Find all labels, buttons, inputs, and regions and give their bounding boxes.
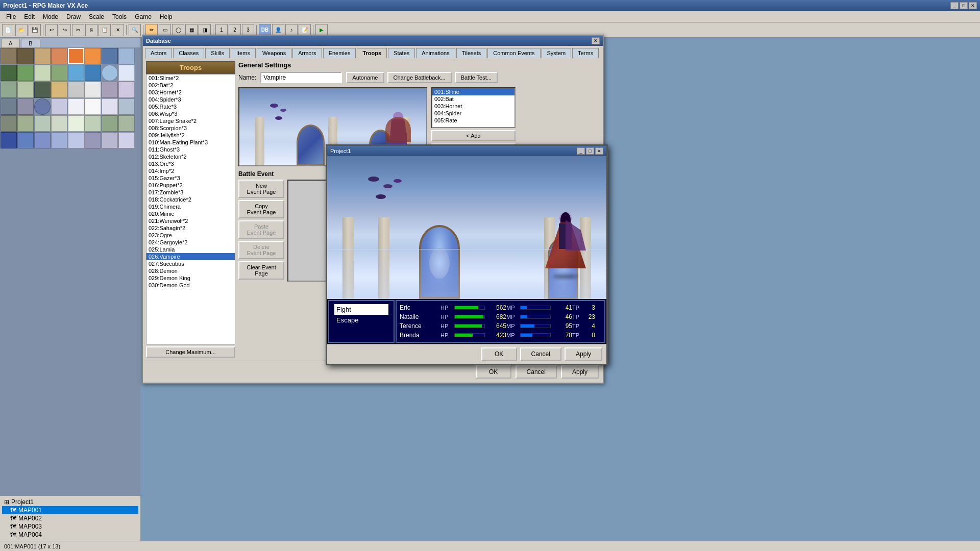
tile-cell[interactable] [85, 82, 101, 98]
tile-cell[interactable] [1, 115, 17, 132]
troop-029[interactable]: 029:Demon King [146, 274, 235, 282]
tree-map003[interactable]: 🗺 MAP003 [2, 522, 138, 531]
tile-cell[interactable] [1, 132, 17, 148]
tab-b[interactable]: B [21, 39, 40, 47]
tile-cell[interactable] [118, 82, 135, 98]
tile-cell[interactable] [51, 115, 67, 132]
troop-003[interactable]: 003:Hornet*2 [146, 89, 235, 96]
tile-cell[interactable] [118, 115, 135, 132]
troop-013[interactable]: 013:Orc*3 [146, 160, 235, 167]
tile-cell[interactable] [17, 98, 34, 115]
troop-012[interactable]: 012:Skeleton*2 [146, 153, 235, 160]
paste-btn[interactable]: 📋 [99, 24, 111, 36]
tile-cell[interactable] [34, 115, 51, 132]
tile-cell[interactable] [17, 48, 34, 64]
tile-cell[interactable] [51, 65, 67, 81]
troop-001[interactable]: 001:Slime*2 [146, 74, 235, 82]
tile-cell[interactable] [51, 82, 67, 98]
tile-cell[interactable] [102, 115, 118, 132]
enemy-hornet[interactable]: 003:Hornet [432, 103, 514, 110]
tile-cell[interactable] [17, 115, 34, 132]
troop-020[interactable]: 020:Mimic [146, 210, 235, 217]
troop-015[interactable]: 015:Gazer*3 [146, 174, 235, 182]
troop-021[interactable]: 021:Werewolf*2 [146, 217, 235, 224]
battle-ok-btn[interactable]: OK [481, 347, 517, 361]
tab-skills[interactable]: Skills [205, 48, 230, 58]
enemy-bat[interactable]: 002:Bat [432, 95, 514, 103]
search-btn[interactable]: 🔍 [129, 24, 141, 36]
layer3-btn[interactable]: 3 [242, 24, 254, 36]
tile-cell[interactable] [1, 82, 17, 98]
add-btn[interactable]: < Add [431, 130, 516, 141]
enemy-slime[interactable]: 001:Slime [432, 88, 514, 95]
tile-cell[interactable] [68, 48, 84, 64]
bw-close[interactable]: ✕ [595, 147, 603, 155]
tile-cell[interactable] [118, 65, 135, 81]
db-close-btn[interactable]: ✕ [592, 37, 600, 44]
tile-cell[interactable] [118, 98, 135, 115]
delete-event-page-btn[interactable]: DeleteEvent Page [238, 241, 284, 259]
tile-cell[interactable] [102, 132, 118, 148]
cancel-btn[interactable]: Cancel [516, 365, 557, 379]
tile-cell[interactable] [85, 48, 101, 64]
menu-mode[interactable]: Mode [39, 12, 62, 21]
audio-btn[interactable]: ♪ [285, 24, 298, 36]
troop-005[interactable]: 005:Rate*3 [146, 103, 235, 110]
battle-apply-btn[interactable]: Apply [565, 347, 602, 361]
enemy-rate[interactable]: 005:Rate [432, 117, 514, 124]
tab-items[interactable]: Items [231, 48, 256, 58]
troop-016[interactable]: 016:Puppet*2 [146, 182, 235, 189]
troop-028[interactable]: 028:Demon [146, 267, 235, 274]
tab-animations[interactable]: Animations [416, 48, 455, 58]
tab-weapons[interactable]: Weapons [257, 48, 291, 58]
close-btn[interactable]: ✕ [969, 2, 977, 9]
tab-enemies[interactable]: Enemies [323, 48, 356, 58]
fill-btn[interactable]: ▦ [185, 24, 198, 36]
tile-cell[interactable] [34, 65, 51, 81]
undo-btn[interactable]: ↩ [45, 24, 58, 36]
paste-event-page-btn[interactable]: PasteEvent Page [238, 220, 284, 239]
troop-002[interactable]: 002:Bat*2 [146, 82, 235, 89]
rect-btn[interactable]: ▭ [159, 24, 171, 36]
tile-cell[interactable] [1, 98, 17, 115]
troop-011[interactable]: 011:Ghost*3 [146, 146, 235, 153]
tile-cell[interactable] [1, 48, 17, 64]
troop-027[interactable]: 027:Succubus [146, 260, 235, 267]
tile-cell[interactable] [68, 65, 84, 81]
save-btn[interactable]: 💾 [29, 24, 41, 36]
ok-btn[interactable]: OK [476, 365, 511, 379]
db-btn[interactable]: DB [259, 24, 271, 36]
tile-cell[interactable] [85, 98, 101, 115]
troop-004[interactable]: 004:Spider*3 [146, 96, 235, 103]
ellipse-btn[interactable]: ◯ [172, 24, 184, 36]
tile-cell[interactable] [68, 132, 84, 148]
copy-btn[interactable]: ⎘ [85, 24, 97, 36]
battle-cancel-btn[interactable]: Cancel [520, 347, 561, 361]
script-btn[interactable]: 📝 [299, 24, 311, 36]
tile-cell[interactable] [51, 48, 67, 64]
troop-009[interactable]: 009:Jellyfish*2 [146, 132, 235, 139]
minimize-btn[interactable]: _ [950, 2, 959, 9]
change-maximum-btn[interactable]: Change Maximum... [146, 346, 235, 358]
tab-armors[interactable]: Armors [292, 48, 322, 58]
battle-fight-option[interactable]: Fight [334, 304, 388, 315]
tile-cell[interactable] [17, 65, 34, 81]
tile-cell[interactable] [51, 132, 67, 148]
troop-023[interactable]: 023:Ogre [146, 232, 235, 239]
tile-cell[interactable] [68, 115, 84, 132]
troops-list[interactable]: 001:Slime*2 002:Bat*2 003:Hornet*2 004:S… [146, 74, 235, 344]
delete-btn[interactable]: ✕ [112, 24, 124, 36]
menu-scale[interactable]: Scale [85, 12, 108, 21]
tile-cell[interactable] [34, 132, 51, 148]
tab-common-events[interactable]: Common Events [487, 48, 540, 58]
battle-escape-option[interactable]: Escape [334, 315, 388, 325]
tile-cell[interactable] [34, 48, 51, 64]
tile-cell[interactable] [68, 98, 84, 115]
clear-event-page-btn[interactable]: Clear Event Page [238, 261, 284, 280]
open-btn[interactable]: 📂 [15, 24, 28, 36]
bw-minimize[interactable]: _ [577, 147, 585, 155]
char-btn[interactable]: 👤 [272, 24, 284, 36]
shadow-btn[interactable]: ◨ [199, 24, 211, 36]
autoname-btn[interactable]: Autoname [346, 72, 384, 83]
tile-cell[interactable] [34, 98, 51, 115]
